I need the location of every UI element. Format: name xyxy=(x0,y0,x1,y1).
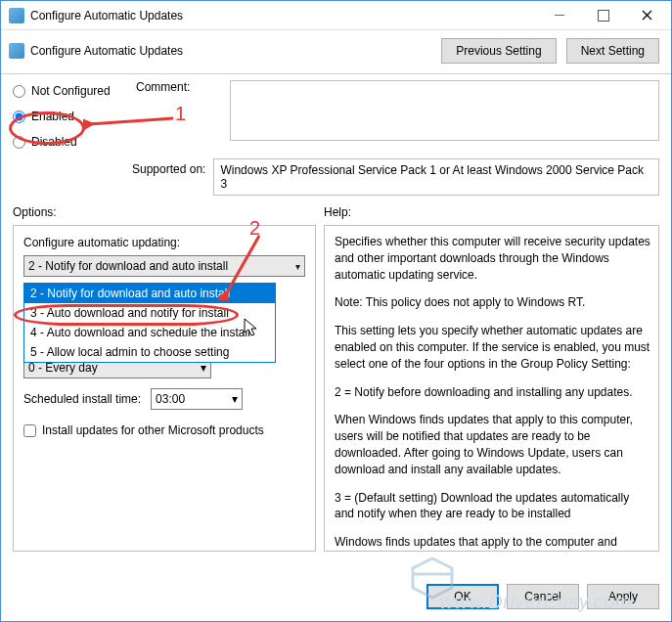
chevron-down-icon: ▾ xyxy=(201,361,206,375)
help-paragraph: Specifies whether this computer will rec… xyxy=(335,234,650,283)
apply-button[interactable]: Apply xyxy=(587,584,659,609)
help-paragraph: 2 = Notify before downloading and instal… xyxy=(335,384,650,401)
divider xyxy=(1,73,671,74)
page-title: Configure Automatic Updates xyxy=(30,44,441,58)
titlebar: Configure Automatic Updates xyxy=(1,1,671,30)
radio-enabled-label: Enabled xyxy=(31,110,74,123)
minimize-button[interactable] xyxy=(537,2,581,29)
ok-button[interactable]: OK xyxy=(426,584,499,609)
help-label: Help: xyxy=(324,201,659,225)
window: Configure Automatic Updates Configure Au… xyxy=(0,0,672,622)
dropdown-option[interactable]: 4 - Auto download and schedule the insta… xyxy=(24,323,275,342)
config-updating-label: Configure automatic updating: xyxy=(23,236,305,249)
help-paragraph: 3 = (Default setting) Download the updat… xyxy=(335,490,650,523)
dropdown-option[interactable]: 2 - Notify for download and auto install xyxy=(24,284,275,303)
radio-disabled-input[interactable] xyxy=(13,136,25,149)
app-icon xyxy=(9,8,24,23)
help-text[interactable]: Specifies whether this computer will rec… xyxy=(325,226,658,551)
previous-setting-button[interactable]: Previous Setting xyxy=(441,38,556,64)
config-updating-select[interactable]: 2 - Notify for download and auto install… xyxy=(23,255,305,277)
ms-products-checkbox-label: Install updates for other Microsoft prod… xyxy=(42,423,264,437)
cancel-button[interactable]: Cancel xyxy=(507,584,579,609)
options-panel: Configure automatic updating: 2 - Notify… xyxy=(13,225,316,552)
supported-on-value: Windows XP Professional Service Pack 1 o… xyxy=(213,158,659,196)
radio-enabled-input[interactable] xyxy=(13,111,25,123)
radio-not-configured-input[interactable] xyxy=(13,85,25,98)
header-row: Configure Automatic Updates Previous Set… xyxy=(1,30,671,69)
radio-not-configured[interactable]: Not Configured xyxy=(13,80,130,102)
scheduled-time-value: 03:00 xyxy=(156,392,185,406)
chevron-down-icon: ▾ xyxy=(232,392,238,406)
next-setting-button[interactable]: Next Setting xyxy=(566,38,659,64)
ms-products-checkbox-input[interactable] xyxy=(23,424,36,437)
radio-enabled[interactable]: Enabled xyxy=(13,106,130,127)
options-label: Options: xyxy=(13,201,316,225)
footer-buttons: OK Cancel Apply xyxy=(426,584,659,609)
comment-label: Comment: xyxy=(136,80,224,94)
config-updating-selected: 2 - Notify for download and auto install xyxy=(28,259,228,273)
scheduled-day-value: 0 - Every day xyxy=(28,361,98,375)
window-title: Configure Automatic Updates xyxy=(30,9,537,22)
dropdown-option[interactable]: 5 - Allow local admin to choose setting xyxy=(24,342,275,362)
help-paragraph: Note: This policy does not apply to Wind… xyxy=(335,294,650,311)
radio-disabled[interactable]: Disabled xyxy=(13,131,130,153)
comment-input[interactable] xyxy=(230,80,659,141)
radio-disabled-label: Disabled xyxy=(31,135,77,149)
help-paragraph: Windows finds updates that apply to the … xyxy=(335,534,650,551)
ms-products-checkbox[interactable]: Install updates for other Microsoft prod… xyxy=(23,423,305,437)
dropdown-option[interactable]: 3 - Auto download and notify for install xyxy=(24,303,275,323)
policy-state-area: Not Configured Comment: Enabled Disabled xyxy=(1,80,671,158)
scheduled-time-label: Scheduled install time: xyxy=(23,392,141,406)
close-button[interactable] xyxy=(625,2,669,29)
scheduled-time-select[interactable]: 03:00 ▾ xyxy=(151,388,243,410)
config-updating-dropdown-menu[interactable]: 2 - Notify for download and auto install… xyxy=(23,283,276,363)
window-controls xyxy=(537,2,669,29)
help-panel: Specifies whether this computer will rec… xyxy=(324,225,659,552)
radio-not-configured-label: Not Configured xyxy=(31,84,111,98)
maximize-button[interactable] xyxy=(581,2,625,29)
help-paragraph: When Windows finds updates that apply to… xyxy=(335,412,650,477)
help-paragraph: This setting lets you specify whether au… xyxy=(335,323,650,372)
supported-on-label: Supported on: xyxy=(132,158,205,176)
supported-on-row: Supported on: Windows XP Professional Se… xyxy=(1,158,671,201)
chevron-down-icon: ▾ xyxy=(295,261,300,272)
policy-icon xyxy=(9,43,24,59)
